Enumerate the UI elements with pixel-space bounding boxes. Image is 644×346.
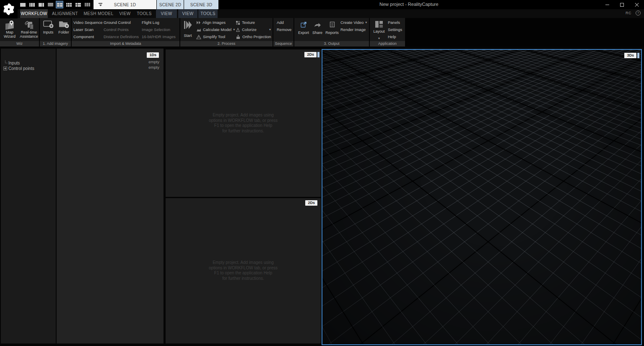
start-button[interactable]: Start xyxy=(182,19,194,41)
3d-viewport-canvas[interactable] xyxy=(322,50,641,344)
ribbon-item-texture[interactable]: Texture xyxy=(236,20,255,25)
start-icon xyxy=(182,19,194,31)
ribbon-item-simplify-tool[interactable]: Simplify Tool xyxy=(196,34,225,39)
panel-type-badge-2ds[interactable]: 2Ds xyxy=(304,52,317,57)
colorize-caret-icon[interactable]: ▾ xyxy=(269,28,271,31)
panel-2d-top[interactable]: 2Ds Empty project. Add images using opti… xyxy=(166,49,321,197)
share-button[interactable]: Share xyxy=(311,19,324,41)
group-label-process: 2. Process xyxy=(180,41,273,46)
inputs-label: Inputs xyxy=(41,30,56,34)
tab-scene-1d[interactable]: SCENE 1D xyxy=(93,0,156,9)
app-logo-icon[interactable] xyxy=(0,0,18,18)
tab-mesh-model[interactable]: MESH MODEL xyxy=(82,9,115,18)
tree-item-inputs[interactable]: Inputs xyxy=(3,60,34,66)
layout-preset-rows-icon[interactable] xyxy=(47,1,54,8)
tab-alignment[interactable]: ALIGNMENT xyxy=(51,9,79,18)
tree-item-control-points[interactable]: Control points xyxy=(3,66,34,71)
close-button[interactable] xyxy=(629,0,644,9)
pin-ribbon-icon[interactable] xyxy=(99,3,102,7)
ribbon-item-laser-scan[interactable]: Laser Scan xyxy=(73,27,93,32)
tab-view[interactable]: VIEW xyxy=(117,9,133,18)
layout-preset-flag-icon[interactable] xyxy=(75,1,81,8)
ribbon-item-ortho-projection[interactable]: Ortho Projection xyxy=(236,34,271,39)
realitycapture-window: SCENE 1D SCENE 2D SCENE 3D New project -… xyxy=(0,0,644,346)
ribbon-item-settings[interactable]: Settings xyxy=(388,27,402,32)
1d-empty-row: empty xyxy=(148,65,159,70)
project-tree: Inputs Control points xyxy=(3,60,34,71)
panel-badge-strip[interactable] xyxy=(637,53,639,58)
ribbon-item-help[interactable]: Help xyxy=(388,34,396,39)
folder-button[interactable]: Folder xyxy=(57,19,71,41)
layout-preset-grid6-icon[interactable] xyxy=(65,1,72,8)
ribbon-item-control-points[interactable]: Control Points xyxy=(104,27,129,32)
reports-icon xyxy=(325,19,340,29)
reports-button[interactable]: Reports xyxy=(325,19,340,41)
map-wizard-button[interactable]: Map Wizard xyxy=(1,19,18,41)
ribbon-item-add[interactable]: Add xyxy=(277,20,284,25)
share-label: Share xyxy=(311,31,324,35)
ribbon-item-ground-control[interactable]: Ground Control xyxy=(104,20,131,25)
calculate-model-caret-icon[interactable]: ▾ xyxy=(233,28,235,31)
project-tree-panel: Inputs Control points xyxy=(1,49,56,343)
create-video-caret-icon[interactable]: ▾ xyxy=(365,21,367,24)
empty-project-message: Empty project. Add images using options … xyxy=(166,260,321,281)
ribbon-item-panels[interactable]: Panels xyxy=(388,20,400,25)
empty-project-message: Empty project. Add images using options … xyxy=(166,113,321,134)
ribbon-item-calculate-model[interactable]: Calculate Model ▾ xyxy=(196,27,235,32)
tab-scene3d-view[interactable]: VIEW xyxy=(178,9,197,18)
ribbon-item-remove[interactable]: Remove xyxy=(277,27,291,32)
layout-preset-single-icon[interactable] xyxy=(19,1,26,8)
group-label-output: 3. Output xyxy=(294,41,369,46)
ribbon-item-align-images[interactable]: Align Images xyxy=(196,20,226,25)
tab-workflow[interactable]: WORKFLOW xyxy=(20,9,48,18)
ribbon-group-wiz: Map Wizard Real-time Assistance Wiz xyxy=(0,18,40,46)
map-wizard-label: Map Wizard xyxy=(1,30,18,39)
tree-expand-icon[interactable] xyxy=(3,67,7,70)
share-icon xyxy=(311,19,324,29)
inputs-button[interactable]: Inputs xyxy=(41,19,56,41)
ribbon-item-component[interactable]: Component xyxy=(73,34,94,39)
scene-tabs: SCENE 1D SCENE 2D SCENE 3D xyxy=(93,0,218,9)
layout-preset-3col-icon[interactable] xyxy=(29,1,35,8)
start-label: Start xyxy=(182,34,194,38)
panel-type-badge-2ds[interactable]: 2Ds xyxy=(305,200,317,206)
ribbon-item-flight-log[interactable]: Flight Log xyxy=(142,20,159,25)
layout-preset-dots-icon[interactable] xyxy=(84,1,91,8)
layout-button[interactable]: Layout ▾ xyxy=(372,19,386,41)
help-icon[interactable]: ? xyxy=(636,10,641,15)
ribbon-item-create-video[interactable]: Create Video ▾ xyxy=(340,20,367,25)
panel-badge-strip[interactable] xyxy=(317,52,319,57)
ribbon-item-colorize[interactable]: Colorize xyxy=(236,27,257,32)
ribbon-item-image-selection[interactable]: Image Selection xyxy=(142,27,170,32)
ribbon-item-distance-definitions[interactable]: Distance Definitions xyxy=(104,34,139,39)
titlebar: SCENE 1D SCENE 2D SCENE 3D New project -… xyxy=(0,0,644,9)
tab-scene3d-tools[interactable]: TOOLS xyxy=(198,9,218,18)
panel-1d[interactable]: 1Ds empty empty xyxy=(57,49,164,343)
ribbon-item-render-image[interactable]: Render Image xyxy=(340,27,366,32)
ribbon-group-import-metadata: Video Sequence Laser Scan Component Grou… xyxy=(72,18,180,46)
restore-button[interactable] xyxy=(615,0,629,9)
tab-scene2d-view[interactable]: VIEW xyxy=(156,9,177,18)
tree-branch-icon xyxy=(3,60,8,66)
ribbon-group-output: Export Share Reports Create Video ▾ Rend… xyxy=(294,18,370,46)
ribbon-group-process: Start Align Images Calculate Model ▾ Sim… xyxy=(180,18,273,46)
panel-type-badge-1ds[interactable]: 1Ds xyxy=(147,52,159,58)
tab-scene-3d[interactable]: SCENE 3D xyxy=(184,0,218,9)
close-icon xyxy=(635,3,639,7)
layout-caret-icon[interactable]: ▾ xyxy=(378,36,380,40)
layout-preset-grid-active-icon[interactable] xyxy=(56,1,63,8)
ribbon-group-application: Layout ▾ Panels Settings Help Applicatio… xyxy=(370,18,405,46)
panel-3d-viewport[interactable]: 3Ds xyxy=(322,49,642,345)
realtime-assistance-button[interactable]: Real-time Assistance xyxy=(18,19,39,41)
export-button[interactable]: Export xyxy=(297,19,310,41)
ribbon-item-16bit-hdr-images[interactable]: 16-bit/HDR Images xyxy=(142,34,176,39)
tab-tools[interactable]: TOOLS xyxy=(135,9,153,18)
panel-type-badge-3ds[interactable]: 3Ds xyxy=(624,53,636,58)
ribbon-item-video-sequence[interactable]: Video Sequence xyxy=(73,20,103,25)
group-label-application: Application xyxy=(370,41,405,46)
rc-badge: RC xyxy=(626,11,631,15)
panel-2d-bottom[interactable]: 2Ds Empty project. Add images using opti… xyxy=(166,198,321,343)
layout-preset-2col-icon[interactable] xyxy=(38,1,44,8)
minimize-button[interactable] xyxy=(600,0,615,9)
tab-scene-2d[interactable]: SCENE 2D xyxy=(157,0,184,9)
